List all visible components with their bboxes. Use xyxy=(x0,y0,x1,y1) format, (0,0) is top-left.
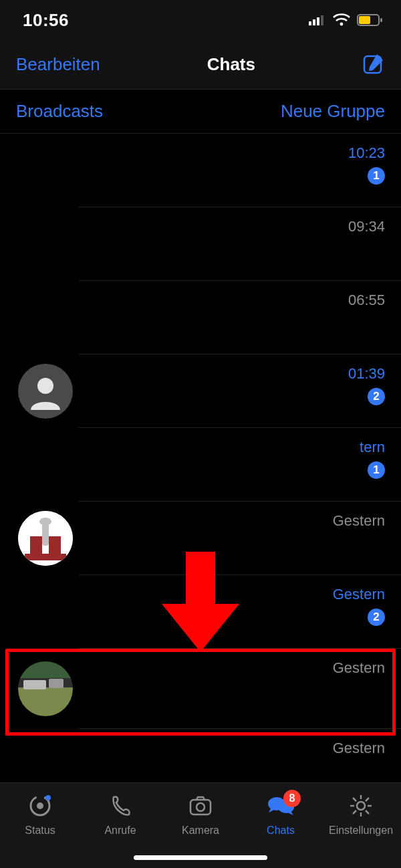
svg-rect-11 xyxy=(30,536,42,556)
compose-icon[interactable] xyxy=(362,52,385,78)
svg-line-32 xyxy=(366,798,369,801)
chat-row[interactable]: tern 1 xyxy=(0,428,401,502)
status-time: 10:56 xyxy=(23,10,69,31)
tab-chats[interactable]: Chats 8 xyxy=(241,792,321,837)
chat-timestamp: 10:23 xyxy=(348,144,385,162)
svg-rect-21 xyxy=(190,800,211,815)
chat-row[interactable]: Gestern xyxy=(0,729,401,769)
unread-badge: 1 xyxy=(368,167,385,185)
chat-timestamp: Gestern xyxy=(333,659,385,677)
cellular-icon xyxy=(309,15,326,25)
svg-point-9 xyxy=(37,378,53,394)
person-icon xyxy=(25,371,65,411)
tab-settings[interactable]: Einstellungen xyxy=(321,792,401,837)
svg-rect-13 xyxy=(25,554,66,560)
status-bar: 10:56 xyxy=(0,0,401,40)
svg-rect-1 xyxy=(313,19,315,25)
chat-row[interactable]: 06:55 xyxy=(0,281,401,354)
phone-icon xyxy=(107,792,134,822)
battery-icon xyxy=(357,14,382,26)
trophy-icon xyxy=(18,511,73,566)
avatar xyxy=(18,143,73,198)
sub-header: Broadcasts Neue Gruppe xyxy=(0,90,401,134)
avatar xyxy=(18,290,73,345)
svg-rect-2 xyxy=(317,17,319,25)
tab-status[interactable]: Status xyxy=(0,792,80,837)
chat-row[interactable]: 01:39 2 xyxy=(0,354,401,428)
new-group-link[interactable]: Neue Gruppe xyxy=(281,101,385,122)
svg-point-4 xyxy=(340,23,344,26)
broadcasts-link[interactable]: Broadcasts xyxy=(16,101,103,122)
tab-badge: 8 xyxy=(283,790,301,807)
svg-point-19 xyxy=(37,802,43,809)
status-icon xyxy=(27,792,53,822)
chat-timestamp: 06:55 xyxy=(348,292,385,309)
wifi-icon xyxy=(333,13,350,27)
chat-timestamp: 01:39 xyxy=(348,365,385,383)
svg-line-30 xyxy=(353,798,356,801)
avatar xyxy=(18,511,73,566)
unread-badge: 2 xyxy=(368,609,385,626)
chat-row[interactable]: Gestern 2 xyxy=(0,575,401,649)
chat-timestamp: 09:34 xyxy=(348,218,385,235)
tab-label: Chats xyxy=(267,825,295,837)
svg-rect-7 xyxy=(359,16,370,24)
camera-icon xyxy=(187,792,214,822)
unread-badge: 1 xyxy=(368,461,385,479)
svg-point-20 xyxy=(45,795,51,800)
avatar xyxy=(18,364,73,419)
chat-timestamp: Gestern xyxy=(333,740,385,757)
tab-camera[interactable]: Kamera xyxy=(160,792,241,837)
tab-label: Status xyxy=(25,825,55,837)
nav-header: Bearbeiten Chats xyxy=(0,40,401,90)
chat-row[interactable]: Gestern xyxy=(0,502,401,575)
chat-list: 10:23 1 09:34 06:55 01: xyxy=(0,134,401,769)
gear-icon xyxy=(348,792,374,822)
page-title: Chats xyxy=(207,54,255,75)
tab-label: Kamera xyxy=(182,825,219,837)
status-indicators xyxy=(309,13,382,27)
chat-row[interactable]: 09:34 xyxy=(0,207,401,281)
tab-calls[interactable]: Anrufe xyxy=(80,792,160,837)
tab-label: Einstellungen xyxy=(329,825,393,837)
svg-rect-14 xyxy=(42,523,49,546)
avatar xyxy=(18,217,73,272)
svg-rect-12 xyxy=(49,536,61,556)
avatar xyxy=(18,661,73,716)
edit-button[interactable]: Bearbeiten xyxy=(16,54,100,75)
svg-rect-3 xyxy=(321,15,323,25)
avatar xyxy=(18,437,73,492)
avatar xyxy=(18,736,73,769)
chat-timestamp: Gestern xyxy=(333,512,385,530)
svg-line-31 xyxy=(366,810,369,814)
svg-point-22 xyxy=(196,803,205,811)
chat-row[interactable]: Gestern xyxy=(0,649,401,729)
chat-row[interactable]: 10:23 1 xyxy=(0,134,401,207)
unread-badge: 2 xyxy=(368,388,385,405)
chat-timestamp: Gestern xyxy=(333,586,385,603)
svg-rect-6 xyxy=(380,18,382,22)
chat-timestamp: tern xyxy=(360,439,385,456)
svg-point-15 xyxy=(39,518,51,526)
svg-point-25 xyxy=(357,802,365,810)
tab-label: Anrufe xyxy=(104,825,136,837)
home-indicator[interactable] xyxy=(134,855,267,860)
avatar xyxy=(18,584,73,639)
svg-rect-0 xyxy=(309,21,311,25)
svg-line-33 xyxy=(353,810,356,814)
